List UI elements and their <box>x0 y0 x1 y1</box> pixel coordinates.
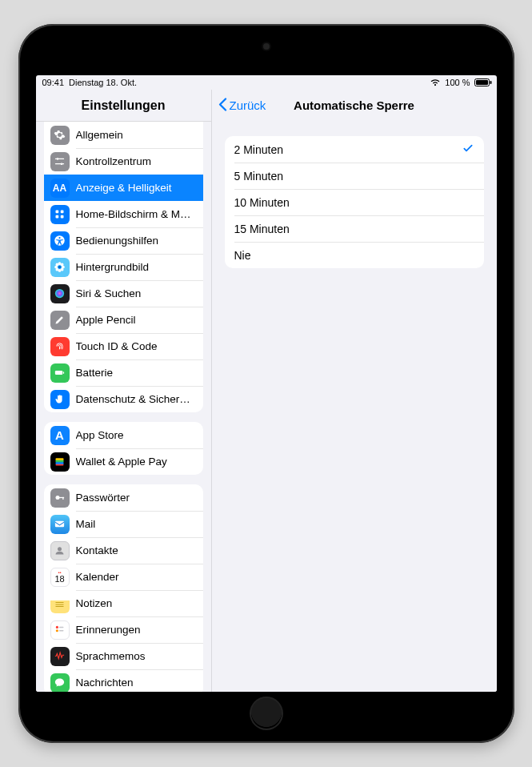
voice-icon <box>50 647 70 666</box>
sidebar-scroll[interactable]: AllgemeinKontrollzentrumAAAnzeige & Hell… <box>36 122 211 692</box>
sidebar-item-label: Kalender <box>76 571 195 583</box>
sidebar-item-app-store[interactable]: AApp Store <box>44 422 203 448</box>
sidebar-item-kontrollzentrum[interactable]: Kontrollzentrum <box>44 148 203 175</box>
auto-lock-option[interactable]: 15 Minuten <box>225 215 484 242</box>
svg-point-23 <box>55 289 64 298</box>
sidebar-item-label: Kontrollzentrum <box>76 155 195 167</box>
option-label: 2 Minuten <box>234 143 462 156</box>
svg-rect-4 <box>55 159 64 159</box>
sidebar-item-kontakte[interactable]: Kontakte <box>44 537 203 564</box>
svg-point-20 <box>56 268 59 271</box>
svg-point-21 <box>61 268 64 271</box>
battery-icon <box>474 78 492 86</box>
wallet-icon <box>50 452 70 472</box>
reminders-icon <box>50 620 70 640</box>
chevron-left-icon <box>218 98 227 114</box>
sidebar-item-nachrichten[interactable]: Nachrichten <box>44 669 203 692</box>
sidebar-item-label: App Store <box>76 429 195 441</box>
auto-lock-option[interactable]: Nie <box>225 242 484 268</box>
device-bezel: 09:41 Dienstag 18. Okt. 100 % Ein <box>18 24 514 743</box>
status-battery-pct: 100 % <box>445 78 470 87</box>
svg-rect-10 <box>61 215 64 219</box>
grid-icon <box>50 205 70 224</box>
sidebar-item-label: Batterie <box>76 367 195 379</box>
svg-rect-9 <box>56 215 59 219</box>
auto-lock-options: 2 Minuten5 Minuten10 Minuten15 MinutenNi… <box>225 136 484 268</box>
svg-rect-24 <box>55 371 62 375</box>
sidebar-item-label: Wallet & Apple Pay <box>76 456 195 468</box>
svg-rect-2 <box>490 81 491 84</box>
auto-lock-option[interactable]: 5 Minuten <box>225 163 484 189</box>
sidebar-item-label: Notizen <box>76 597 195 609</box>
svg-point-18 <box>56 263 59 267</box>
detail-pane: Zurück Automatische Sperre 2 Minuten5 Mi… <box>212 90 497 692</box>
sidebar-item-label: Siri & Suchen <box>76 287 195 299</box>
key-icon <box>50 488 70 508</box>
mail-icon <box>50 515 70 534</box>
accessibility-icon <box>50 231 70 251</box>
sidebar-item-anzeige-helligkeit[interactable]: AAAnzeige & Helligkeit <box>44 175 203 201</box>
sidebar-item-label: Bedienungshilfen <box>76 235 195 247</box>
gear-icon <box>50 126 70 145</box>
aa-icon: AA <box>50 179 70 198</box>
svg-rect-33 <box>55 521 64 528</box>
auto-lock-option[interactable]: 10 Minuten <box>225 189 484 215</box>
sidebar-item-label: Mail <box>76 518 195 530</box>
svg-rect-1 <box>476 80 488 85</box>
svg-point-12 <box>58 237 60 239</box>
svg-rect-25 <box>63 371 64 374</box>
settings-sidebar: Einstellungen AllgemeinKontrollzentrumAA… <box>36 90 212 692</box>
sidebar-item-label: Nachrichten <box>76 677 195 689</box>
sidebar-item-notizen[interactable]: Notizen <box>44 590 203 616</box>
home-button[interactable] <box>250 697 283 730</box>
calendar-icon: ••18 <box>50 568 70 587</box>
sidebar-item-hintergrundbild[interactable]: Hintergrundbild <box>44 254 203 280</box>
status-time: 09:41 <box>42 78 65 87</box>
sidebar-item-label: Touch ID & Code <box>76 340 195 352</box>
wifi-icon <box>430 78 441 86</box>
sidebar-item-sprachmemos[interactable]: Sprachmemos <box>44 643 203 669</box>
notes-icon <box>50 594 70 613</box>
sidebar-item-erinnerungen[interactable]: Erinnerungen <box>44 616 203 643</box>
option-label: 15 Minuten <box>234 223 474 235</box>
auto-lock-option[interactable]: 2 Minuten <box>225 136 484 163</box>
svg-point-30 <box>56 496 60 500</box>
sidebar-item-kalender[interactable]: ••18Kalender <box>44 564 203 590</box>
device-frame: 09:41 Dienstag 18. Okt. 100 % Ein <box>0 0 532 767</box>
sidebar-item-batterie[interactable]: Batterie <box>44 359 203 386</box>
nav-bar: Zurück Automatische Sperre <box>212 90 497 122</box>
sidebar-item-allgemein[interactable]: Allgemein <box>44 122 203 148</box>
sidebar-item-home-bildschirm-multi[interactable]: Home-Bildschirm & Multi... <box>44 201 203 227</box>
svg-point-19 <box>61 263 64 267</box>
sidebar-item-touch-id-code[interactable]: Touch ID & Code <box>44 333 203 359</box>
sidebar-item-datenschutz-sicherheit[interactable]: Datenschutz & Sicherheit <box>44 386 203 412</box>
sidebar-item-apple-pencil[interactable]: Apple Pencil <box>44 307 203 333</box>
status-date: Dienstag 18. Okt. <box>69 78 137 87</box>
screen: 09:41 Dienstag 18. Okt. 100 % Ein <box>36 75 497 692</box>
sidebar-item-label: Allgemein <box>76 129 195 141</box>
svg-rect-40 <box>59 627 64 628</box>
sidebar-item-bedienungshilfen[interactable]: Bedienungshilfen <box>44 227 203 254</box>
svg-rect-29 <box>56 464 64 466</box>
option-label: 10 Minuten <box>234 196 474 209</box>
sliders-icon <box>50 152 70 171</box>
svg-rect-32 <box>62 497 63 500</box>
sidebar-item-siri-suchen[interactable]: Siri & Suchen <box>44 280 203 307</box>
sidebar-item-passw-rter[interactable]: Passwörter <box>44 484 203 511</box>
svg-rect-7 <box>56 211 59 214</box>
sidebar-item-wallet-apple-pay[interactable]: Wallet & Apple Pay <box>44 448 203 475</box>
sidebar-item-label: Home-Bildschirm & Multi... <box>76 208 195 220</box>
sidebar-item-label: Erinnerungen <box>76 624 195 636</box>
svg-point-38 <box>56 626 58 628</box>
status-bar: 09:41 Dienstag 18. Okt. 100 % <box>36 75 497 90</box>
detail-title: Automatische Sperre <box>294 98 414 112</box>
option-label: Nie <box>234 249 474 262</box>
sidebar-item-label: Datenschutz & Sicherheit <box>76 393 195 405</box>
back-button[interactable]: Zurück <box>218 90 266 121</box>
sidebar-item-label: Apple Pencil <box>76 314 195 326</box>
svg-rect-36 <box>56 604 64 605</box>
contacts-icon <box>50 541 70 560</box>
camera-dot <box>263 43 270 50</box>
sidebar-item-mail[interactable]: Mail <box>44 511 203 537</box>
svg-rect-35 <box>56 602 64 603</box>
